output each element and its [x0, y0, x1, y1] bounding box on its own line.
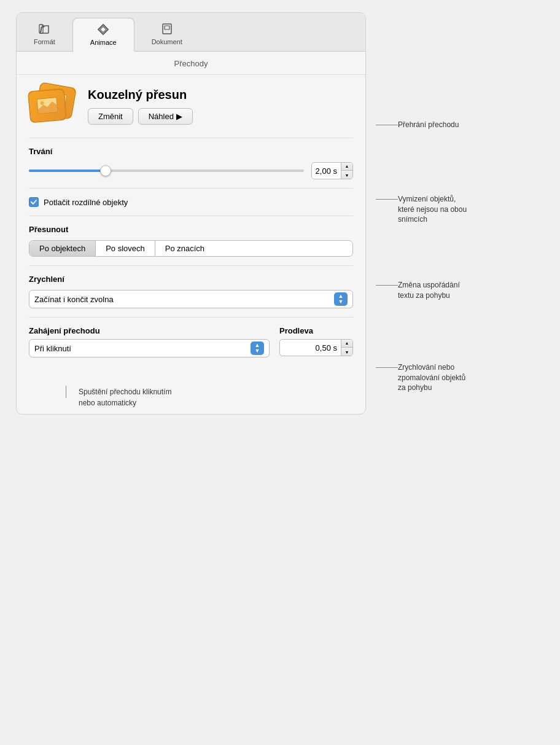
- acceleration-value: Začínat i končit zvolna: [34, 295, 114, 304]
- callout-checkbox: Vymizení objektů, které nejsou na obou s…: [376, 194, 467, 225]
- delay-col: Prodleva 0,50 s ▲ ▼: [279, 326, 353, 356]
- duration-decrement[interactable]: ▼: [341, 171, 352, 179]
- duration-stepper[interactable]: ▲ ▼: [341, 162, 352, 179]
- tab-document-label: Dokument: [152, 38, 182, 45]
- slider-thumb[interactable]: [100, 165, 111, 176]
- divider-3: [29, 216, 353, 216]
- move-by-chars[interactable]: Po znacích: [155, 241, 214, 256]
- acceleration-dropdown[interactable]: Začínat i končit zvolna ▲ ▼: [29, 290, 353, 308]
- suppress-label: Potlačit rozdílné objekty: [44, 198, 128, 207]
- checkbox-row: Potlačit rozdílné objekty: [29, 197, 353, 207]
- delay-decrement[interactable]: ▼: [341, 348, 352, 356]
- duration-label: Trvání: [29, 147, 353, 156]
- move-by-words[interactable]: Po slovech: [96, 241, 155, 256]
- right-callouts: Přehrání přechodu Vymizení objektů, kter…: [366, 12, 467, 393]
- annotation-connector: [66, 386, 66, 398]
- change-button[interactable]: Změnit: [88, 108, 133, 125]
- acceleration-label: Zrychlení: [29, 275, 353, 284]
- toolbar: Formát Animace Dokumen: [17, 13, 365, 52]
- callout-checkbox-text: Vymizení objektů, které nejsou na obou s…: [398, 194, 467, 225]
- tab-document[interactable]: Dokument: [134, 18, 200, 51]
- divider-4: [29, 265, 353, 266]
- main-panel: Formát Animace Dokumen: [16, 12, 366, 415]
- format-icon: [37, 21, 52, 36]
- slider-track: [29, 170, 304, 172]
- bottom-annotation-text: Spuštění přechodu kliknutím nebo automat…: [79, 386, 171, 408]
- duration-value: 2,00 s: [312, 166, 341, 176]
- slider-container[interactable]: [29, 165, 304, 177]
- divider-5: [29, 317, 353, 318]
- duration-value-input[interactable]: 2,00 s ▲ ▼: [311, 162, 353, 179]
- callout-move-text: Změna uspořádání textu za pohybu: [398, 280, 460, 301]
- move-section: Přesunout Po objektech Po slovech Po zna…: [29, 225, 353, 257]
- suppress-checkbox[interactable]: [29, 197, 39, 207]
- section-header-text: Přechody: [174, 59, 208, 68]
- slider-fill: [29, 170, 106, 172]
- acceleration-section: Zrychlení Začínat i končit zvolna ▲ ▼: [29, 275, 353, 308]
- bottom-annotation-area: Spuštění přechodu kliknutím nebo automat…: [17, 380, 365, 414]
- animate-icon: [96, 22, 111, 37]
- document-icon: [160, 21, 174, 36]
- section-header: Přechody: [17, 52, 365, 75]
- move-by-objects[interactable]: Po objektech: [29, 241, 96, 256]
- start-value: Při kliknutí: [34, 344, 71, 353]
- photo-card-front: [28, 88, 67, 123]
- slider-row: 2,00 s ▲ ▼: [29, 162, 353, 179]
- transition-buttons: Změnit Náhled ▶: [88, 108, 353, 125]
- bottom-row: Zahájení přechodu Při kliknutí ▲ ▼ Prodl…: [29, 326, 353, 357]
- delay-value-input[interactable]: 0,50 s ▲ ▼: [279, 339, 353, 356]
- callout-accel-text: Zrychlování nebo zpomalování objektů za …: [398, 362, 465, 393]
- callout-accel: Zrychlování nebo zpomalování objektů za …: [376, 362, 467, 393]
- delay-value: 0,50 s: [280, 343, 341, 353]
- bottom-annotation-content: Spuštění přechodu kliknutím nebo automat…: [79, 388, 171, 407]
- tab-format[interactable]: Formát: [17, 18, 72, 51]
- acceleration-dropdown-arrow: ▲ ▼: [334, 292, 348, 306]
- callout-preview-text: Přehrání přechodu: [398, 120, 459, 130]
- delay-stepper[interactable]: ▲ ▼: [341, 339, 352, 356]
- divider-2: [29, 188, 353, 189]
- tab-animate[interactable]: Animace: [72, 18, 134, 52]
- start-dropdown-arrow: ▲ ▼: [251, 341, 264, 355]
- preview-button[interactable]: Náhled ▶: [138, 108, 193, 125]
- svg-rect-3: [165, 26, 169, 29]
- tab-animate-label: Animace: [90, 39, 117, 46]
- delay-label: Prodleva: [279, 326, 353, 335]
- duration-increment[interactable]: ▲: [341, 162, 352, 171]
- tab-format-label: Formát: [34, 38, 55, 45]
- transition-hero: Kouzelný přesun Změnit Náhled ▶: [29, 85, 353, 128]
- move-label: Přesunout: [29, 225, 353, 234]
- transition-info: Kouzelný přesun Změnit Náhled ▶: [88, 88, 353, 125]
- callout-move: Změna uspořádání textu za pohybu: [376, 280, 467, 301]
- delay-increment[interactable]: ▲: [341, 339, 352, 348]
- start-label: Zahájení přechodu: [29, 326, 270, 335]
- callout-preview: Přehrání přechodu: [376, 120, 467, 130]
- move-segment-group: Po objektech Po slovech Po znacích: [29, 240, 353, 257]
- transition-title: Kouzelný přesun: [88, 88, 353, 102]
- start-dropdown[interactable]: Při kliknutí ▲ ▼: [29, 339, 270, 357]
- start-col: Zahájení přechodu Při kliknutí ▲ ▼: [29, 326, 270, 357]
- divider-1: [29, 138, 353, 138]
- duration-section: Trvání 2,00 s ▲ ▼: [29, 147, 353, 179]
- transition-icon: [29, 85, 78, 128]
- content-area: Kouzelný přesun Změnit Náhled ▶ Trvání: [17, 75, 365, 367]
